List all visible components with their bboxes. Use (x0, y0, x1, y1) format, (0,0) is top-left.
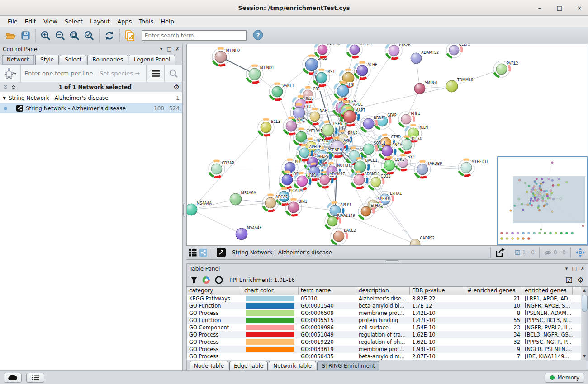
network-from-file-button[interactable] (123, 29, 137, 42)
help-button[interactable]: ? (253, 30, 263, 42)
refresh-network-button[interactable] (102, 29, 117, 42)
string-options-button[interactable] (146, 65, 164, 82)
column-header--enriched-genes[interactable]: # enriched genes (465, 287, 522, 295)
network-node-INPP5D[interactable]: INPP5D (315, 44, 341, 57)
network-node-ACHE[interactable]: ACHE (354, 62, 377, 79)
menu-file[interactable]: File (5, 17, 21, 26)
control-panel-close-icon[interactable]: ✗ (175, 46, 180, 52)
donut-chart-icon[interactable] (202, 276, 210, 284)
tab-edge-table[interactable]: Edge Table (229, 361, 268, 370)
pan-compass-icon[interactable] (575, 248, 585, 258)
string-search-button[interactable] (164, 65, 182, 82)
network-node-PHF1[interactable]: PHF1 (398, 112, 420, 127)
cloud-button[interactable] (4, 373, 22, 383)
column-header-term-name[interactable]: term name (299, 287, 356, 295)
tab-boundaries[interactable]: Boundaries (87, 55, 128, 65)
zoom-selected-button[interactable] (82, 29, 96, 42)
open-session-button[interactable] (4, 29, 18, 42)
menu-edit[interactable]: Edit (22, 17, 39, 26)
table-panel-menu-icon[interactable]: ▾ (565, 266, 568, 272)
network-options-gear-icon[interactable]: ⚙ (174, 83, 180, 91)
network-canvas[interactable]: MT-ND2MT-ND1VSNL1GAB2INPP5DMEF2CPTK2BCEL… (186, 44, 588, 246)
menu-layout[interactable]: Layout (87, 17, 113, 26)
task-history-button[interactable] (26, 373, 44, 383)
menu-tools[interactable]: Tools (136, 17, 156, 26)
network-node-MS4A4E[interactable]: MS4A4E (236, 226, 261, 240)
zoom-fit-button[interactable] (67, 29, 82, 42)
table-row[interactable]: GO FunctionGO:0001540beta-amyloid bi...1… (187, 302, 581, 309)
network-node-CADPS2[interactable]: CADPS2 (410, 236, 435, 245)
network-node-CD33[interactable]: CD33 (368, 174, 391, 190)
control-panel-menu-icon[interactable]: ▾ (160, 46, 163, 52)
table-row[interactable]: GO ProcessGO:0006509membrane prot...1.42… (187, 309, 581, 317)
tab-node-table[interactable]: Node Table (190, 361, 228, 370)
network-node-ABCA7[interactable]: ABCA7 (262, 195, 288, 211)
network-node-TOMM40[interactable]: TOMM40 (446, 78, 473, 92)
export-image-icon[interactable] (495, 248, 505, 258)
search-input[interactable] (142, 30, 247, 41)
network-node-EPHA5[interactable]: EPHA5 (358, 204, 383, 219)
enrichment-settings-gear-icon[interactable]: ⚙ (577, 276, 584, 285)
select-rows-icon[interactable]: ☑ (566, 276, 573, 285)
tab-style[interactable]: Style (35, 55, 59, 65)
table-splitter-handle[interactable] (385, 260, 399, 262)
network-collection-row[interactable]: ▼ String Network - Alzheimer's disease 1 (0, 93, 182, 103)
panel-splitter[interactable] (183, 44, 186, 370)
save-session-button[interactable] (18, 29, 33, 42)
network-node-PVRL2[interactable]: PVRL2 (493, 61, 518, 77)
close-button[interactable]: × (574, 5, 584, 11)
network-node-BACE2[interactable]: BACE2 (331, 228, 356, 244)
tab-network[interactable]: Network (2, 55, 34, 65)
table-row[interactable]: GO ProcessGO:0051049regulation of tra...… (187, 331, 581, 338)
network-node-PTK2B[interactable]: PTK2B (386, 44, 411, 59)
menu-help[interactable]: Help (157, 17, 177, 26)
control-panel-float-icon[interactable]: □ (166, 46, 171, 52)
network-node-CELF1[interactable]: CELF1 (446, 44, 470, 58)
expand-all-icon[interactable] (11, 84, 17, 90)
detach-view-icon[interactable] (217, 248, 226, 257)
network-node-MT-ND1[interactable]: MT-ND1 (246, 66, 274, 83)
table-row[interactable]: GO ProcessGO:0019220regulation of ph...1… (187, 338, 581, 346)
scroll-down-icon[interactable]: ▼ (583, 353, 586, 360)
network-node-MTHFD1L[interactable]: MTHFD1L (458, 159, 489, 176)
column-header-description[interactable]: description (356, 287, 410, 295)
menu-select[interactable]: Select (62, 17, 86, 26)
tab-legend-panel[interactable]: Legend Panel (129, 55, 175, 65)
scrollbar-thumb[interactable] (582, 295, 588, 312)
table-panel-close-icon[interactable]: ✗ (581, 266, 585, 272)
network-node-MS4A6A[interactable]: MS4A6A (230, 191, 256, 205)
table-splitter[interactable] (186, 260, 588, 263)
column-header-enriched-genes[interactable]: enriched genes (522, 287, 573, 295)
network-node-MT-ND2[interactable]: MT-ND2 (212, 48, 240, 66)
filter-icon[interactable] (190, 276, 198, 284)
minimize-button[interactable]: – (535, 5, 545, 11)
zoom-out-button[interactable] (53, 29, 67, 42)
menu-view[interactable]: View (40, 17, 61, 26)
zoom-in-button[interactable] (38, 29, 53, 42)
table-row[interactable]: GO ProcessGO:0050435beta-amyloid m...2.0… (187, 353, 581, 360)
table-scrollbar[interactable]: ▲ ▼ (581, 287, 588, 360)
birdseye-view[interactable] (497, 156, 588, 245)
ring-chart-icon[interactable] (215, 276, 223, 284)
string-datasource-selector[interactable] (0, 65, 21, 82)
scroll-up-icon[interactable]: ▲ (583, 287, 586, 294)
collapse-all-icon[interactable] (3, 84, 9, 90)
column-header-FDR-p-value[interactable]: FDR p-value (410, 287, 465, 295)
column-header-chart-color[interactable]: chart color (242, 287, 299, 295)
tab-select[interactable]: Select (60, 55, 86, 65)
network-node-VSNL1[interactable]: VSNL1 (269, 84, 294, 100)
maximize-button[interactable]: □ (555, 5, 564, 11)
species-hint[interactable]: Set species → (100, 70, 142, 77)
splitter-handle[interactable] (183, 203, 185, 217)
column-header-category[interactable]: category (187, 287, 242, 295)
table-row[interactable]: GO ComponentGO:0009986cell surface1.54E-… (187, 324, 581, 331)
table-row[interactable]: KEGG Pathways05010Alzheimer's dise...8.8… (187, 295, 581, 302)
tab-network-table[interactable]: Network Table (269, 361, 316, 370)
grid-mode-icon[interactable] (189, 249, 197, 257)
memory-button[interactable]: Memory (545, 373, 584, 383)
network-row-selected[interactable]: String Network - Alzheimer's disease 100… (0, 103, 182, 113)
menu-apps[interactable]: Apps (114, 17, 135, 26)
collection-caret-icon[interactable]: ▼ (3, 96, 6, 100)
tab-string-enrichment[interactable]: STRING Enrichment (317, 361, 379, 370)
table-row[interactable]: GO ProcessGO:0033619membrane prot...1.93… (187, 346, 581, 353)
